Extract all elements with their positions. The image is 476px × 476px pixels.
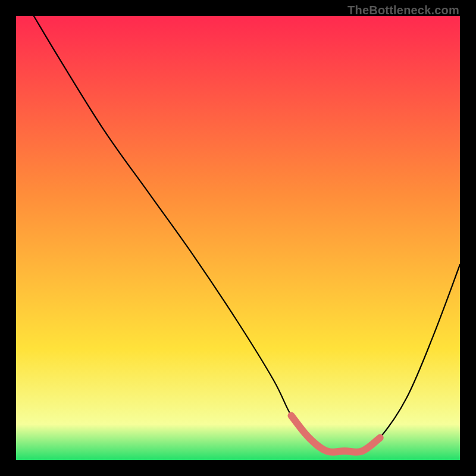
- gradient-background: [16, 16, 460, 460]
- svg-rect-0: [16, 16, 460, 460]
- watermark-text: TheBottleneck.com: [347, 4, 459, 17]
- chart-plot-area: [16, 16, 460, 460]
